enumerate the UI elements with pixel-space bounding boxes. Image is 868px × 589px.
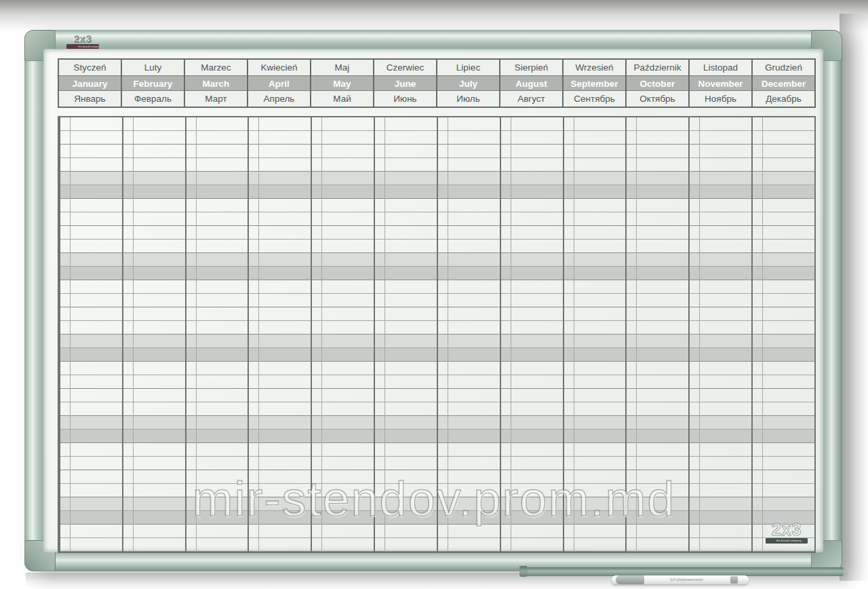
whiteboard: 2x3 the board company StyczeńJanuaryЯнва… [24, 30, 842, 571]
grid-row [59, 470, 814, 484]
month-name-en: April [248, 75, 310, 91]
month-name-pl: Maj [311, 60, 373, 75]
grid-row [59, 158, 814, 172]
frame-brand-logo: 2x3 the board company [66, 35, 99, 49]
month-column: LipiecJulyИюль [437, 60, 500, 107]
right-shadow [840, 14, 868, 581]
month-column: GrudzieńDecemberДекабрь [753, 60, 814, 107]
grid-row [59, 348, 814, 362]
month-name-ru: Июнь [374, 91, 436, 107]
grid-row [59, 267, 814, 280]
brand-tagline-text: the board company [78, 45, 99, 48]
grid-row [59, 402, 814, 416]
grid-row [59, 172, 814, 185]
grid-row [59, 375, 814, 389]
month-header: StyczeńJanuaryЯнварьLutyFebruaryФевральM… [58, 58, 816, 108]
month-name-pl: Marzec [185, 60, 247, 75]
whiteboard-marker: 2x3 whiteboardmarker [612, 575, 749, 584]
month-name-pl: Sierpień [500, 60, 562, 75]
month-name-en: July [437, 75, 499, 91]
month-column: PaździernikOctoberОктябрь [627, 60, 690, 107]
month-name-pl: Kwiecień [248, 60, 310, 75]
brand-tagline-text: the board company [776, 539, 802, 542]
grid-row [59, 145, 814, 158]
grid-row [59, 185, 814, 199]
month-name-pl: Listopad [690, 60, 751, 75]
month-name-ru: Февраль [122, 91, 184, 107]
month-column: ListopadNovemberНоябрь [690, 60, 753, 107]
product-photo: 2x3 the board company StyczeńJanuaryЯнва… [0, 0, 868, 589]
grid-row [59, 430, 814, 443]
month-name-en: June [374, 75, 436, 91]
frame-rail-right [822, 30, 842, 571]
month-name-en: February [122, 75, 184, 91]
grid-row [59, 457, 814, 470]
grid-row [59, 280, 814, 294]
month-column: CzerwiecJuneИюнь [374, 60, 437, 107]
brand-logo-text: 2x3 [66, 35, 99, 43]
month-name-pl: Wrzesień [564, 60, 625, 75]
month-name-en: August [500, 75, 562, 91]
grid-row [59, 416, 814, 430]
month-name-ru: Январь [59, 91, 121, 107]
month-column: StyczeńJanuaryЯнварь [59, 60, 122, 107]
grid-row [59, 497, 814, 511]
brand-tagline-band: the board company [766, 538, 808, 544]
frame-rail-top [24, 30, 842, 50]
grid-row [59, 131, 814, 145]
brand-logo-text: 2x3 [766, 522, 808, 537]
month-name-ru: Октябрь [627, 91, 688, 107]
grid-row [59, 307, 814, 321]
marker-ring [730, 576, 738, 584]
grid-row [59, 389, 814, 402]
frame-rail-left [24, 30, 45, 571]
month-name-pl: Styczeń [59, 60, 121, 75]
grid-row [59, 240, 814, 253]
top-shadow [0, 0, 868, 31]
month-column: SierpieńAugustАвгуст [500, 60, 564, 107]
brand-tagline-band: the board company [66, 44, 99, 49]
month-name-pl: Grudzień [753, 60, 814, 75]
surface-brand-logo: 2x3 the board company [766, 522, 808, 544]
grid-row [59, 335, 814, 348]
month-name-ru: Август [500, 91, 562, 107]
month-name-ru: Март [185, 91, 247, 107]
grid-row [59, 212, 814, 226]
grid-row [59, 525, 814, 538]
month-name-pl: Luty [122, 60, 184, 75]
month-name-pl: Lipiec [437, 60, 499, 75]
month-name-pl: Czerwiec [374, 60, 436, 75]
writing-surface: StyczeńJanuaryЯнварьLutyFebruaryФевральM… [43, 49, 823, 552]
month-name-ru: Ноябрь [690, 91, 751, 107]
month-name-en: October [627, 75, 688, 91]
month-name-en: January [59, 75, 121, 91]
planner-grid [58, 116, 816, 553]
marker-label: 2x3 whiteboardmarker [650, 575, 724, 584]
month-column: MajMayМай [311, 60, 374, 107]
grid-row [59, 538, 814, 552]
grid-row [59, 199, 814, 212]
month-name-en: November [690, 75, 751, 91]
month-name-en: December [753, 75, 814, 91]
month-column: LutyFebruaryФевраль [122, 60, 185, 107]
month-name-en: September [564, 75, 625, 91]
grid-row [59, 511, 814, 525]
grid-row [59, 362, 814, 375]
month-column: KwiecieńAprilАпрель [248, 60, 311, 107]
month-name-ru: Июль [437, 91, 499, 107]
month-column: MarzecMarchМарт [185, 60, 248, 107]
grid-row [59, 294, 814, 307]
month-name-en: May [311, 75, 373, 91]
month-name-pl: Październik [627, 60, 688, 75]
grid-row [59, 321, 814, 335]
grid-row [59, 253, 814, 267]
month-name-ru: Декабрь [753, 91, 814, 107]
pen-tray-end-cap [519, 566, 528, 577]
month-name-ru: Сентябрь [564, 91, 625, 107]
month-name-ru: Апрель [248, 91, 310, 107]
grid-row [59, 484, 814, 497]
month-column: WrzesieńSeptemberСентябрь [564, 60, 627, 107]
grid-row [59, 117, 814, 131]
grid-row [59, 443, 814, 457]
month-name-en: March [185, 75, 247, 91]
